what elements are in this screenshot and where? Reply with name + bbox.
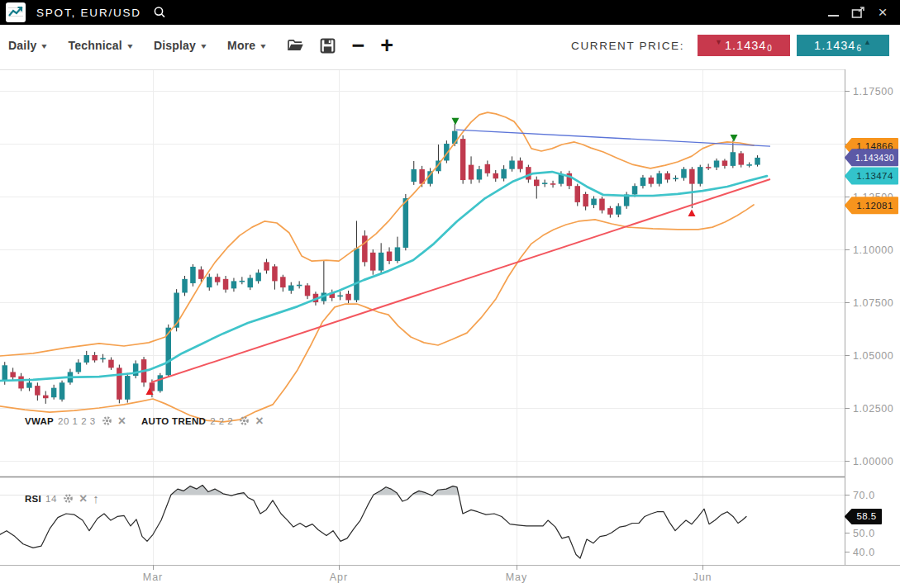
vwap-line [0, 172, 767, 381]
chevron-down-icon: ▾ [127, 41, 132, 50]
close-icon[interactable]: × [255, 416, 263, 426]
menu-more[interactable]: More ▾ [227, 39, 265, 52]
svg-text:1.12081: 1.12081 [856, 201, 893, 211]
rsi-line [0, 486, 746, 559]
svg-text:1.02500: 1.02500 [853, 403, 893, 415]
rsi-overbought-fill [0, 486, 746, 579]
sell-marker-icon [731, 135, 738, 142]
svg-text:70.0: 70.0 [853, 490, 875, 501]
gear-icon[interactable] [63, 493, 74, 504]
svg-text:Apr: Apr [330, 571, 348, 583]
svg-text:1.05000: 1.05000 [853, 350, 893, 362]
chart-window: SPOT, EUR/USD × Daily ▾ [0, 0, 900, 588]
chart-canvas[interactable]: 1.175001.150001.125001.100001.075001.050… [0, 66, 900, 588]
popout-button[interactable] [850, 5, 865, 20]
app-logo-icon [6, 2, 26, 22]
svg-text:Jun: Jun [693, 571, 712, 583]
gear-icon[interactable] [239, 415, 250, 426]
title-bar: SPOT, EUR/USD × [0, 0, 900, 25]
svg-text:1.07500: 1.07500 [853, 297, 893, 309]
svg-text:58.5: 58.5 [857, 511, 877, 521]
bid-price-badge: ▼ 1.14340 [698, 35, 790, 56]
save-icon[interactable] [320, 38, 336, 54]
rsi-area [0, 486, 746, 579]
vwap-params: 20 1 2 3 [58, 416, 96, 426]
bollinger-upper-line [0, 112, 754, 356]
menu-daily[interactable]: Daily ▾ [8, 39, 47, 52]
overlay-indicator-row: VWAP 20 1 2 3 × AUTO TREND 2 2 2 × [25, 415, 269, 426]
sell-marker-icon [452, 118, 460, 126]
chevron-down-icon: ▾ [42, 41, 47, 50]
auto-trend-label: AUTO TREND [141, 416, 206, 426]
svg-text:Mar: Mar [143, 571, 164, 583]
rsi-params: 14 [45, 494, 57, 504]
toolbar: Daily ▾ Technical ▾ Display ▾ More ▾ [0, 25, 900, 66]
current-price-label: CURRENT PRICE: [571, 40, 684, 52]
svg-text:40.0: 40.0 [853, 547, 875, 558]
menu-display[interactable]: Display ▾ [154, 39, 206, 52]
time-axis[interactable]: MarAprMayJun [143, 565, 712, 583]
ask-price-badge: 1.14346 ▲ [797, 35, 889, 56]
candlestick-series [2, 124, 760, 404]
close-icon[interactable]: × [79, 494, 87, 504]
vwap-label: VWAP [25, 416, 54, 426]
rsi-label: RSI [25, 494, 41, 504]
gear-icon[interactable] [102, 415, 112, 426]
close-icon[interactable]: × [118, 416, 126, 426]
buy-marker-icon [688, 209, 696, 216]
arrow-down-icon: ▼ [715, 38, 723, 46]
svg-text:1.00000: 1.00000 [853, 456, 893, 467]
window-title: SPOT, EUR/USD [36, 7, 141, 19]
arrow-up-icon: ▲ [864, 38, 872, 46]
search-icon[interactable] [152, 5, 167, 20]
svg-text:1.17500: 1.17500 [853, 86, 893, 97]
zoom-out-button[interactable]: − [351, 37, 364, 54]
svg-text:1.143430: 1.143430 [855, 153, 894, 163]
svg-text:May: May [506, 571, 528, 583]
auto-trend-params: 2 2 2 [210, 416, 233, 426]
chevron-down-icon: ▾ [201, 41, 206, 50]
open-folder-icon[interactable] [287, 38, 304, 53]
zoom-in-button[interactable]: + [380, 37, 393, 54]
svg-text:1.13474: 1.13474 [856, 171, 893, 181]
minimize-button[interactable] [826, 5, 840, 20]
menu-technical[interactable]: Technical ▾ [69, 39, 132, 52]
svg-text:1.10000: 1.10000 [853, 244, 893, 256]
close-button[interactable]: × [875, 5, 890, 20]
chevron-down-icon: ▾ [261, 41, 266, 50]
bollinger-lower-line [0, 205, 754, 422]
svg-text:50.0: 50.0 [853, 528, 875, 539]
move-up-icon[interactable]: ↑ [93, 491, 99, 505]
rsi-indicator-row: RSI 14 × ↑ [25, 491, 105, 505]
